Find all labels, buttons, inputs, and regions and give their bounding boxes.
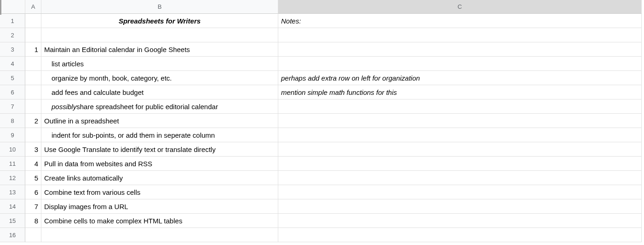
cell-a11[interactable]: 4 <box>25 157 41 171</box>
select-all-corner[interactable] <box>0 0 25 14</box>
cell-c5[interactable]: perhaps add extra row on left for organi… <box>278 71 642 85</box>
cell-c8[interactable] <box>278 114 642 128</box>
cell-a5[interactable] <box>25 71 41 85</box>
row-header-5[interactable]: 5 <box>0 71 25 85</box>
cell-b12[interactable]: Create links automatically <box>41 171 278 185</box>
cell-a14[interactable]: 7 <box>25 199 41 214</box>
cell-a7[interactable] <box>25 99 41 114</box>
cell-c15[interactable] <box>278 214 642 228</box>
cell-c12[interactable] <box>278 171 642 185</box>
cell-b7-italic: possibly <box>52 103 76 111</box>
cell-b9[interactable]: indent for sub-points, or add them in se… <box>41 128 278 142</box>
cell-a4[interactable] <box>25 57 41 71</box>
cell-b4[interactable]: list articles <box>41 57 278 71</box>
row-header-4[interactable]: 4 <box>0 57 25 71</box>
cell-b10[interactable]: Use Google Translate to identify text or… <box>41 142 278 157</box>
cell-a10[interactable]: 3 <box>25 142 41 157</box>
cell-a8[interactable]: 2 <box>25 114 41 128</box>
cell-c11[interactable] <box>278 157 642 171</box>
cell-b13[interactable]: Combine text from various cells <box>41 185 278 199</box>
cell-a16[interactable] <box>25 228 41 242</box>
cell-b16[interactable] <box>41 228 278 242</box>
cell-b8[interactable]: Outline in a spreadsheet <box>41 114 278 128</box>
row-header-14[interactable]: 14 <box>0 199 25 214</box>
cell-a9[interactable] <box>25 128 41 142</box>
row-header-15[interactable]: 15 <box>0 214 25 228</box>
cell-b15[interactable]: Combine cells to make complex HTML table… <box>41 214 278 228</box>
column-header-c[interactable]: C <box>278 0 642 14</box>
cell-b5[interactable]: organize by month, book, category, etc. <box>41 71 278 85</box>
row-header-8[interactable]: 8 <box>0 114 25 128</box>
cell-b2[interactable] <box>41 28 278 42</box>
row-header-2[interactable]: 2 <box>0 28 25 42</box>
spreadsheet-grid: A B C 1 Spreadsheets for Writers Notes: … <box>0 0 644 242</box>
cell-c10[interactable] <box>278 142 642 157</box>
cell-c2[interactable] <box>278 28 642 42</box>
cell-c1[interactable]: Notes: <box>278 14 642 28</box>
row-header-3[interactable]: 3 <box>0 42 25 57</box>
cell-a13[interactable]: 6 <box>25 185 41 199</box>
cell-b14[interactable]: Display images from a URL <box>41 199 278 214</box>
row-header-13[interactable]: 13 <box>0 185 25 199</box>
cell-b6[interactable]: add fees and calculate budget <box>41 85 278 99</box>
cell-b7[interactable]: possibly share spreadsheet for public ed… <box>41 99 278 114</box>
cell-c7[interactable] <box>278 99 642 114</box>
cell-c9[interactable] <box>278 128 642 142</box>
cell-b11[interactable]: Pull in data from websites and RSS <box>41 157 278 171</box>
row-header-1[interactable]: 1 <box>0 14 25 28</box>
cell-c4[interactable] <box>278 57 642 71</box>
row-header-7[interactable]: 7 <box>0 99 25 114</box>
cell-c14[interactable] <box>278 199 642 214</box>
cell-c16[interactable] <box>278 228 642 242</box>
row-header-16[interactable]: 16 <box>0 228 25 242</box>
column-header-b[interactable]: B <box>41 0 278 14</box>
cell-b3[interactable]: Maintain an Editorial calendar in Google… <box>41 42 278 57</box>
cell-a3[interactable]: 1 <box>25 42 41 57</box>
cell-a15[interactable]: 8 <box>25 214 41 228</box>
cell-a6[interactable] <box>25 85 41 99</box>
row-header-10[interactable]: 10 <box>0 142 25 157</box>
column-header-a[interactable]: A <box>25 0 41 14</box>
row-header-12[interactable]: 12 <box>0 171 25 185</box>
row-header-9[interactable]: 9 <box>0 128 25 142</box>
cell-c6[interactable]: mention simple math functions for this <box>278 85 642 99</box>
cell-c13[interactable] <box>278 185 642 199</box>
cell-b7-rest: share spreadsheet for public editorial c… <box>76 103 218 111</box>
cell-c3[interactable] <box>278 42 642 57</box>
cell-a2[interactable] <box>25 28 41 42</box>
row-header-11[interactable]: 11 <box>0 157 25 171</box>
row-header-6[interactable]: 6 <box>0 85 25 99</box>
cell-b1[interactable]: Spreadsheets for Writers <box>41 14 278 28</box>
cell-a1[interactable] <box>25 14 41 28</box>
cell-a12[interactable]: 5 <box>25 171 41 185</box>
